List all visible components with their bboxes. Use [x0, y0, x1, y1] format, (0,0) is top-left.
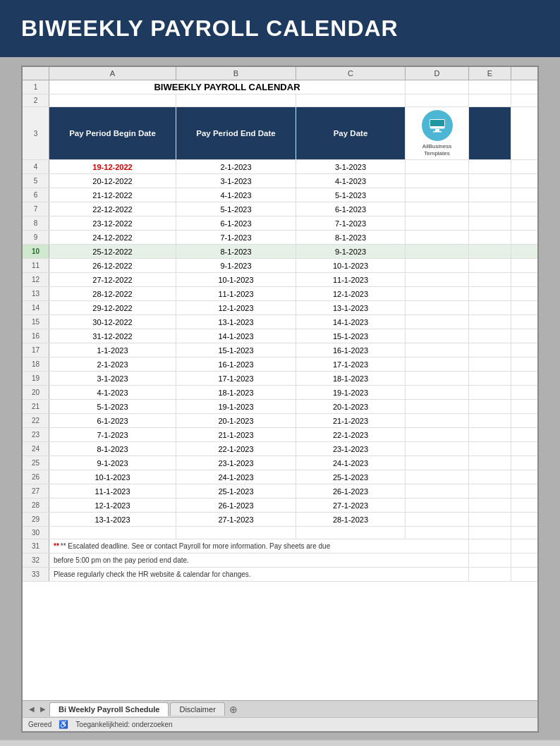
cell-16-b: 14-1-2023 — [176, 329, 296, 343]
header-col3: Pay Date — [296, 107, 406, 159]
cell-20-e — [469, 386, 511, 399]
highlighted-date: 19-12-2022 — [92, 163, 132, 171]
cell-25-b: 23-1-2023 — [176, 456, 296, 470]
cell-23-d — [406, 428, 469, 441]
rownum-30: 30 — [23, 527, 49, 539]
cell-4-a: 19-12-2022 — [49, 160, 176, 173]
cell-1e — [469, 80, 511, 94]
header-col1: Pay Period Begin Date — [49, 107, 176, 159]
data-row-12: 12 27-12-2022 10-1-2023 11-1-2023 — [23, 273, 537, 287]
cell-15-e — [469, 315, 511, 329]
data-row-6: 6 21-12-2022 4-1-2023 5-1-2023 — [23, 188, 537, 202]
cell-13-d — [406, 287, 469, 300]
data-rows-container: 4 19-12-2022 2-1-2023 3-1-2023 5 20-12-2… — [23, 160, 537, 527]
monitor-icon — [427, 116, 447, 135]
cell-11-a: 26-12-2022 — [49, 259, 176, 272]
footer-line2: before 5:00 pm on the pay period end dat… — [49, 554, 406, 567]
cell-27-c: 26-1-2023 — [296, 484, 406, 498]
rownum-28: 28 — [23, 499, 49, 512]
top-header: BIWEEKLY PAYROLL CALENDAR — [0, 0, 560, 57]
cell-21-e — [469, 400, 511, 413]
cell-10-c: 9-1-2023 — [296, 245, 406, 258]
rownum-15: 15 — [23, 315, 49, 329]
cell-10-a: 25-12-2022 — [49, 245, 176, 258]
row-1: 1 BIWEEKLY PAYROLL CALENDAR — [23, 80, 537, 94]
row-33: 33 Please regularly check the HR website… — [23, 568, 537, 582]
tab-arrow-left[interactable]: ◀ — [27, 705, 37, 713]
cell-20-b: 18-1-2023 — [176, 386, 296, 399]
cell-29-a: 13-1-2023 — [49, 513, 176, 526]
rownum-31: 31 — [23, 539, 49, 553]
rownum-26: 26 — [23, 470, 49, 484]
main-title: BIWEEKLY PAYROLL CALENDAR — [21, 16, 539, 42]
logo-cell: AllBusiness Templates — [406, 107, 469, 159]
spreadsheet-window: A B C D E 1 BIWEEKLY PAYROLL CALENDAR 2 — [21, 66, 539, 733]
cell-9-c: 8-1-2023 — [296, 231, 406, 244]
rownum-7: 7 — [23, 202, 49, 216]
cell-12-c: 11-1-2023 — [296, 273, 406, 286]
cell-8-b: 6-1-2023 — [176, 216, 296, 230]
data-row-18: 18 2-1-2023 16-1-2023 17-1-2023 — [23, 357, 537, 372]
rownum-32: 32 — [23, 554, 49, 567]
cell-14-e — [469, 301, 511, 314]
cell-15-a: 30-12-2022 — [49, 315, 176, 329]
rownum-16: 16 — [23, 329, 49, 343]
table-header-row: 3 Pay Period Begin Date Pay Period End D… — [23, 107, 537, 160]
rownum-27: 27 — [23, 484, 49, 498]
data-row-13: 13 28-12-2022 11-1-2023 12-1-2023 — [23, 287, 537, 301]
footer-line3: Please regularly check the HR website & … — [49, 568, 406, 581]
col-a-header: A — [49, 67, 176, 80]
rownum-24: 24 — [23, 442, 49, 455]
rownum-18: 18 — [23, 357, 49, 371]
cell-13-c: 12-1-2023 — [296, 287, 406, 300]
tab-disclaimer[interactable]: Disclaimer — [170, 702, 224, 716]
cell-14-c: 13-1-2023 — [296, 301, 406, 314]
cell-4-e — [469, 160, 511, 173]
column-headers: A B C D E — [23, 67, 537, 80]
col-e-header: E — [469, 67, 511, 80]
rownum-5: 5 — [23, 174, 49, 188]
cell-28-b: 26-1-2023 — [176, 499, 296, 512]
cell-8-c: 7-1-2023 — [296, 216, 406, 230]
cell-23-e — [469, 428, 511, 441]
data-row-15: 15 30-12-2022 13-1-2023 14-1-2023 — [23, 315, 537, 329]
cell-25-d — [406, 456, 469, 470]
row-30: 30 — [23, 527, 537, 539]
cell-4-c: 3-1-2023 — [296, 160, 406, 173]
cell-6-c: 5-1-2023 — [296, 188, 406, 202]
cell-18-d — [406, 357, 469, 371]
cell-19-d — [406, 372, 469, 385]
cell-27-b: 25-1-2023 — [176, 484, 296, 498]
cell-17-b: 15-1-2023 — [176, 343, 296, 357]
cell-23-c: 22-1-2023 — [296, 428, 406, 441]
data-row-17: 17 1-1-2023 15-1-2023 16-1-2023 — [23, 343, 537, 357]
cell-6-e — [469, 188, 511, 202]
cell-17-d — [406, 343, 469, 357]
data-row-8: 8 23-12-2022 6-1-2023 7-1-2023 — [23, 216, 537, 231]
spreadsheet-title: BIWEEKLY PAYROLL CALENDAR — [49, 80, 406, 94]
cell-20-c: 19-1-2023 — [296, 386, 406, 399]
cell-16-d — [406, 329, 469, 343]
cell-26-c: 25-1-2023 — [296, 470, 406, 484]
cell-11-c: 10-1-2023 — [296, 259, 406, 272]
tab-biweekly[interactable]: Bi Weekly Payroll Schedule — [49, 702, 169, 716]
tab-add-button[interactable]: ⊕ — [226, 704, 241, 715]
cell-28-a: 12-1-2023 — [49, 499, 176, 512]
cell-11-e — [469, 259, 511, 272]
row-31: 31 ** ** Escalated deadline. See or cont… — [23, 539, 537, 554]
cell-24-b: 22-1-2023 — [176, 442, 296, 455]
sheet-rows: 1 BIWEEKLY PAYROLL CALENDAR 2 3 Pay Peri… — [23, 80, 537, 700]
tab-arrow-right[interactable]: ▶ — [38, 705, 48, 713]
cell-13-a: 28-12-2022 — [49, 287, 176, 300]
cell-13-e — [469, 287, 511, 300]
rownum-11: 11 — [23, 259, 49, 272]
cell-16-c: 15-1-2023 — [296, 329, 406, 343]
cell-5-b: 3-1-2023 — [176, 174, 296, 188]
cell-5-e — [469, 174, 511, 188]
cell-4-d — [406, 160, 469, 173]
data-row-25: 25 9-1-2023 23-1-2023 24-1-2023 — [23, 456, 537, 470]
rownum-8: 8 — [23, 216, 49, 230]
row-32: 32 before 5:00 pm on the pay period end … — [23, 554, 537, 568]
cell-26-b: 24-1-2023 — [176, 470, 296, 484]
cell-14-b: 12-1-2023 — [176, 301, 296, 314]
